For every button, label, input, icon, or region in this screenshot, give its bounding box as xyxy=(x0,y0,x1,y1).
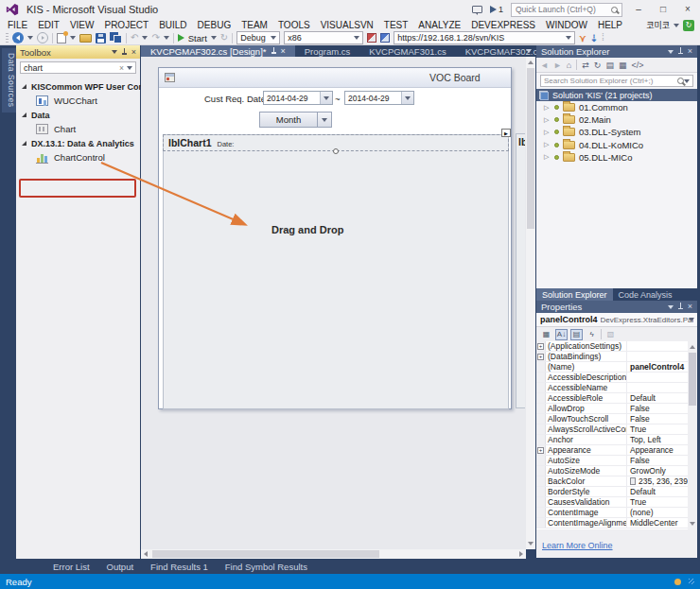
project-node[interactable]: ▷ 03.DLL-System xyxy=(536,126,697,138)
chart-panel[interactable]: lblChart1 Date: ▶ Drag and Drop xyxy=(163,134,509,409)
close-button[interactable]: × xyxy=(679,0,696,19)
toolbox-search-clear-icon[interactable]: × xyxy=(119,63,124,73)
object-select-chevron-icon[interactable] xyxy=(689,318,694,321)
selection-handle[interactable] xyxy=(333,148,339,154)
toolbar-more-icon[interactable]: ⁞ xyxy=(602,32,604,43)
alphabetical-icon[interactable]: A↓ xyxy=(555,329,568,340)
expand-plus-icon[interactable]: + xyxy=(537,343,544,350)
toolbox-pin-icon[interactable] xyxy=(121,48,128,57)
property-row[interactable]: + BorderStyle Default xyxy=(536,487,688,497)
se-sync-icon[interactable]: ⇄ xyxy=(582,61,589,70)
property-row[interactable]: + Appearance Appearance xyxy=(536,445,688,456)
toolbox-item-chart[interactable]: Chart xyxy=(16,122,140,136)
expand-plus-icon[interactable]: + xyxy=(537,447,544,454)
properties-scroll-thumb[interactable] xyxy=(689,353,696,406)
properties-close-icon[interactable]: × xyxy=(688,303,692,311)
date-from-picker[interactable]: 2014-04-29 xyxy=(263,91,333,105)
menu-item[interactable]: VISUALSVN xyxy=(321,20,374,30)
property-value[interactable]: Top, Left xyxy=(627,435,688,444)
svn-commit-icon[interactable] xyxy=(367,33,376,43)
property-value[interactable]: False xyxy=(627,404,688,413)
restart-button[interactable]: ↻ xyxy=(220,32,228,43)
expander-collapsed-icon[interactable]: ▷ xyxy=(544,104,551,112)
document-tab[interactable]: Program.cs × xyxy=(295,45,360,57)
hscroll-thumb[interactable] xyxy=(152,550,379,558)
solution-explorer-search-input[interactable]: Search Solution Explorer (Ctrl+;) xyxy=(540,75,693,87)
toolbox-options-chevron-icon[interactable] xyxy=(112,50,117,54)
property-row[interactable]: + BackColor 235, 236, 239 xyxy=(536,476,688,487)
solution-explorer-options-chevron-icon[interactable] xyxy=(668,50,674,54)
menu-item[interactable]: ANALYZE xyxy=(418,20,461,30)
properties-scrollbar[interactable] xyxy=(688,341,697,529)
undo-button[interactable]: ↶ xyxy=(131,32,138,43)
project-node[interactable]: ▷ 01.Common xyxy=(536,101,697,113)
toolbox-item-wucchart[interactable]: WUCChart xyxy=(16,94,140,108)
menu-item[interactable]: DEBUG xyxy=(198,20,232,30)
save-button[interactable] xyxy=(96,33,106,43)
property-value[interactable]: (none) xyxy=(627,508,688,517)
back-chevron-down-icon[interactable] xyxy=(27,36,33,40)
properties-object-select[interactable]: panelControl4 DevExpress.XtraEditors.Pan… xyxy=(536,313,697,327)
project-node[interactable]: ▷ 02.Main xyxy=(536,113,697,126)
property-value[interactable]: Default xyxy=(627,487,688,496)
toolbox-category-data[interactable]: Data xyxy=(16,108,140,122)
property-row[interactable]: + AutoSizeMode GrowOnly xyxy=(536,466,688,476)
tab-overflow-chevron-icon[interactable] xyxy=(526,49,532,53)
se-back-icon[interactable]: ◄ xyxy=(540,61,549,70)
properties-view-icon[interactable]: ▤ xyxy=(570,329,583,340)
toolbox-category-dx-analytics[interactable]: DX.13.1: Data & Analytics xyxy=(16,136,140,150)
data-sources-vertical-tab[interactable]: Data Sources xyxy=(2,48,16,113)
se-forward-icon[interactable]: ► xyxy=(553,61,562,70)
property-row[interactable]: + AccessibleDescription xyxy=(536,372,688,383)
document-tab[interactable]: KVCPGMAF301.cs × xyxy=(359,45,455,57)
menu-item[interactable]: PROJECT xyxy=(104,20,149,30)
expand-plus-icon[interactable]: + xyxy=(537,354,544,360)
right-panel-tab[interactable]: Solution Explorer xyxy=(536,288,613,301)
menu-item[interactable]: TEST xyxy=(384,20,409,30)
se-refresh-icon[interactable]: ↻ xyxy=(594,61,602,70)
property-row[interactable]: + AccessibleRole Default xyxy=(536,393,688,404)
property-row[interactable]: + ContentImageAlignme MiddleCenter xyxy=(536,518,688,528)
solution-configuration-select[interactable]: Debug xyxy=(236,31,280,44)
svn-merge-icon[interactable]: ⋎ xyxy=(579,33,586,43)
designer-horizontal-scrollbar[interactable] xyxy=(141,549,526,559)
toolbox-search-chevron-icon[interactable] xyxy=(127,66,132,70)
redo-chevron-down-icon[interactable] xyxy=(164,36,169,40)
property-row[interactable]: + (DataBindings) xyxy=(536,352,688,362)
right-panel-tab[interactable]: Code Analysis xyxy=(613,288,678,301)
svn-checkout-icon[interactable]: ⇣ xyxy=(590,33,598,43)
date-to-chevron-icon[interactable] xyxy=(401,92,413,104)
properties-pin-icon[interactable] xyxy=(677,303,684,311)
menu-item[interactable]: FILE xyxy=(8,20,27,30)
property-value[interactable]: Appearance xyxy=(627,445,688,455)
navigate-forward-button[interactable] xyxy=(37,32,48,43)
tab-pin-icon[interactable] xyxy=(271,47,277,56)
new-item-chevron-down-icon[interactable] xyxy=(70,36,76,40)
tab-close-icon[interactable]: × xyxy=(281,46,286,56)
property-row[interactable]: + AllowTouchScroll False xyxy=(536,414,688,424)
redo-button[interactable]: ↷ xyxy=(151,32,159,43)
toolbox-header[interactable]: Toolbox × xyxy=(16,45,140,59)
property-row[interactable]: + Anchor Top, Left xyxy=(536,435,688,445)
vscroll-thumb[interactable] xyxy=(527,68,534,229)
property-row[interactable]: + AllowDrop False xyxy=(536,404,688,414)
quick-launch-input[interactable]: Quick Launch (Ctrl+Q) xyxy=(511,3,622,17)
property-row[interactable]: + AutoSize False xyxy=(536,456,688,466)
property-row[interactable]: + AlwaysScrollActiveCon True xyxy=(536,424,688,435)
toolbar-grip[interactable] xyxy=(6,33,9,43)
status-notification-icon[interactable] xyxy=(674,579,681,585)
expander-collapsed-icon[interactable]: ▷ xyxy=(544,153,551,161)
toolbox-search-input[interactable]: chart × xyxy=(20,61,136,74)
svn-repository-url-select[interactable]: https://192.168.1.28/svn/KIS xyxy=(394,31,575,44)
property-row[interactable]: + ContentImage (none) xyxy=(536,508,688,518)
expander-collapsed-icon[interactable]: ▷ xyxy=(544,141,551,148)
solution-explorer-pin-icon[interactable] xyxy=(677,47,684,56)
expander-collapsed-icon[interactable]: ▷ xyxy=(544,116,551,124)
se-properties-icon[interactable]: ▦ xyxy=(619,61,627,70)
property-value[interactable]: True xyxy=(627,497,688,507)
user-chevron-down-icon[interactable] xyxy=(674,24,679,27)
menu-item[interactable]: DEVEXPRESS xyxy=(471,20,535,30)
bottom-tool-tab[interactable]: Output xyxy=(107,562,134,572)
se-home-icon[interactable]: ⌂ xyxy=(567,61,571,70)
project-node[interactable]: ▷ 05.DLL-MICo xyxy=(536,151,697,164)
